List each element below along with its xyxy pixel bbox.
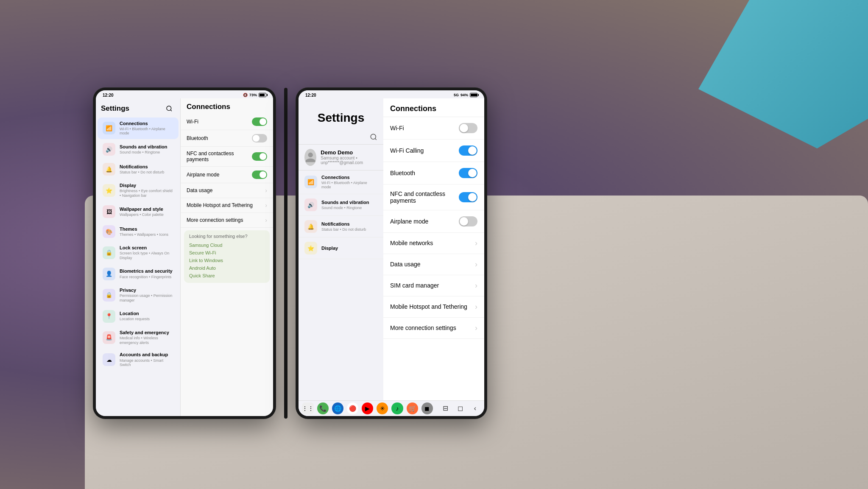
right-conn-item-4[interactable]: Airplane mode	[383, 210, 484, 233]
sidebar-item-location[interactable]: 📍 Location Location requests	[98, 307, 179, 326]
left-conn-item-5[interactable]: Mobile Hotspot and Tethering ›	[181, 198, 273, 213]
right-conn-item-3[interactable]: NFC and contactless payments	[383, 184, 484, 210]
sidebar-item-connections[interactable]: 📶 Connections Wi-Fi • Bluetooth • Airpla…	[98, 117, 179, 140]
right-toggle-2[interactable]	[459, 168, 477, 178]
right-arrow-6: ›	[475, 260, 477, 269]
toggle-2[interactable]	[252, 152, 267, 161]
left-conn-item-1[interactable]: Bluetooth	[181, 130, 273, 147]
sidebar-item-accounts-and-backup[interactable]: ☁ Accounts and backup Manage accounts • …	[98, 349, 179, 371]
sidebar-item-sub-10: Medical info • Wireless emergency alerts	[120, 336, 173, 345]
orange-app[interactable]: 🛒	[407, 402, 418, 414]
right-conn-text-8: Mobile Hotspot and Tethering	[390, 303, 467, 310]
recent-apps-button[interactable]: ⊟	[440, 402, 451, 414]
right-sidebar-item-3[interactable]: ⭐ Display	[299, 238, 383, 259]
right-arrow-9: ›	[475, 324, 477, 333]
right-conn-item-6[interactable]: Data usage ›	[383, 254, 484, 275]
phone-app[interactable]: 📞	[317, 402, 329, 414]
connections-detail: Connections Wi-Fi Wi-Fi Calling Bluetoot…	[383, 98, 484, 400]
right-sidebar-item-1[interactable]: 🔊 Sounds and vibration Sound mode • Ring…	[299, 194, 383, 216]
sidebar-item-safety-and-emergency[interactable]: 🚨 Safety and emergency Medical info • Wi…	[98, 327, 179, 349]
left-split-content: Settings 📶 Connections Wi-Fi • Bluetooth…	[96, 98, 273, 416]
sidebar-item-text-3: Display Brightness • Eye comfort shield …	[120, 183, 173, 198]
toggle-1[interactable]	[252, 134, 267, 143]
home-button[interactable]: ◻	[455, 402, 466, 414]
right-conn-text-6: Data usage	[390, 261, 421, 268]
sidebar-item-sub-11: Manage accounts • Smart Switch	[120, 358, 173, 368]
sidebar-item-display[interactable]: ⭐ Display Brightness • Eye comfort shiel…	[98, 179, 179, 201]
toggle-0[interactable]	[252, 117, 267, 126]
right-toggle-0[interactable]	[459, 123, 477, 133]
sidebar-item-sub-4: Wallpapers • Color palette	[120, 212, 173, 217]
right-toggle-4[interactable]	[459, 216, 477, 226]
left-conn-item-2[interactable]: NFC and contactless payments	[181, 147, 273, 167]
sidebar-item-label-8: Privacy	[120, 288, 173, 293]
svg-point-1	[371, 134, 376, 139]
sidebar-item-sub-6: Screen lock type • Always On Display	[120, 251, 173, 260]
left-conn-list: Wi-Fi Bluetooth NFC and contactless paym…	[181, 114, 273, 228]
looking-link-1[interactable]: Secure Wi-Fi	[189, 249, 265, 257]
conn-label-6: More connection settings	[187, 217, 243, 223]
youtube-app[interactable]: ▶	[362, 402, 373, 414]
sidebar-item-notifications[interactable]: 🔔 Notifications Status bar • Do not dist…	[98, 159, 179, 179]
settings-title: Settings	[101, 104, 129, 113]
looking-links: Samsung CloudSecure Wi-FiLink to Windows…	[189, 241, 265, 279]
right-conn-text-3: NFC and contactless payments	[390, 190, 459, 204]
right-conn-item-7[interactable]: SIM card manager ›	[383, 275, 484, 296]
apps-grid-icon[interactable]: ⋮⋮	[302, 402, 314, 414]
right-conn-item-8[interactable]: Mobile Hotspot and Tethering ›	[383, 296, 484, 318]
right-conn-item-5[interactable]: Mobile networks ›	[383, 233, 484, 254]
sidebar-item-lock-screen[interactable]: 🔒 Lock screen Screen lock type • Always …	[98, 242, 179, 264]
sidebar-item-themes[interactable]: 🎨 Themes Themes • Wallpapers • Icons	[98, 222, 179, 241]
left-conn-item-4[interactable]: Data usage ›	[181, 183, 273, 198]
sidebar-item-label-2: Notifications	[120, 164, 173, 170]
right-toggle-1[interactable]	[459, 145, 477, 156]
looking-link-3[interactable]: Android Auto	[189, 264, 265, 272]
right-toggle-3[interactable]	[459, 192, 477, 202]
sidebar-icon-0: 📶	[103, 122, 115, 134]
conn-label-5: Mobile Hotspot and Tethering	[187, 202, 253, 208]
conn-label-1: Bluetooth	[187, 135, 208, 141]
user-name: Demo Demo	[321, 149, 377, 156]
device-hinge	[284, 88, 287, 419]
sidebar-icon-1: 🔊	[103, 143, 115, 156]
star-app[interactable]: ✳	[377, 402, 388, 414]
looking-link-2[interactable]: Link to Windows	[189, 257, 265, 264]
right-conn-item-1[interactable]: Wi-Fi Calling	[383, 140, 484, 162]
sidebar-item-text-11: Accounts and backup Manage accounts • Sm…	[120, 352, 173, 367]
looking-link-0[interactable]: Samsung Cloud	[189, 241, 265, 249]
left-conn-item-3[interactable]: Airplane mode	[181, 167, 273, 183]
right-status-bar: 12:20 5G 94%	[299, 90, 484, 98]
right-conn-item-9[interactable]: More connection settings ›	[383, 318, 484, 339]
right-sidebar-item-0[interactable]: 📶 Connections Wi-Fi • Bluetooth • Airpla…	[299, 170, 383, 195]
sidebar-item-biometrics-and-security[interactable]: 👤 Biometrics and security Face recogniti…	[98, 264, 179, 284]
extra-app[interactable]: ◼	[421, 402, 433, 414]
battery-icon	[259, 93, 266, 97]
toggle-3[interactable]	[252, 170, 267, 179]
right-sidebar-item-2[interactable]: 🔔 Notifications Status bar • Do not dist…	[299, 216, 383, 238]
svg-point-0	[167, 106, 171, 111]
right-status-icons: 5G 94%	[454, 93, 477, 97]
right-battery-text: 94%	[461, 93, 468, 97]
right-arrow-7: ›	[475, 281, 477, 290]
right-arrow-5: ›	[475, 239, 477, 248]
left-conn-item-0[interactable]: Wi-Fi	[181, 114, 273, 130]
sidebar-icon-10: 🚨	[103, 331, 115, 344]
right-search-button[interactable]	[370, 133, 377, 143]
arrow-4: ›	[265, 187, 267, 194]
right-conn-item-2[interactable]: Bluetooth	[383, 162, 484, 184]
music-app[interactable]: ♪	[391, 402, 403, 414]
looking-link-4[interactable]: Quick Share	[189, 272, 265, 279]
right-settings-list: 📶 Connections Wi-Fi • Bluetooth • Airpla…	[299, 170, 383, 260]
chrome-app[interactable]: 🔴	[347, 402, 358, 414]
sidebar-item-sounds-and-vibration[interactable]: 🔊 Sounds and vibration Sound mode • Ring…	[98, 140, 179, 159]
back-button[interactable]: ‹	[469, 402, 481, 414]
user-avatar	[304, 149, 316, 166]
sidebar-item-label-6: Lock screen	[120, 245, 173, 251]
right-conn-item-0[interactable]: Wi-Fi	[383, 117, 484, 140]
sidebar-item-privacy[interactable]: 🔒 Privacy Permission usage • Permission …	[98, 284, 179, 306]
search-button[interactable]	[163, 103, 175, 115]
left-conn-item-6[interactable]: More connection settings ›	[181, 213, 273, 228]
user-profile[interactable]: Demo Demo Samsung account • unp*******@g…	[299, 144, 383, 170]
browser-app[interactable]: 🌐	[332, 402, 343, 414]
sidebar-item-wallpaper-and-style[interactable]: 🖼 Wallpaper and style Wallpapers • Color…	[98, 202, 179, 221]
